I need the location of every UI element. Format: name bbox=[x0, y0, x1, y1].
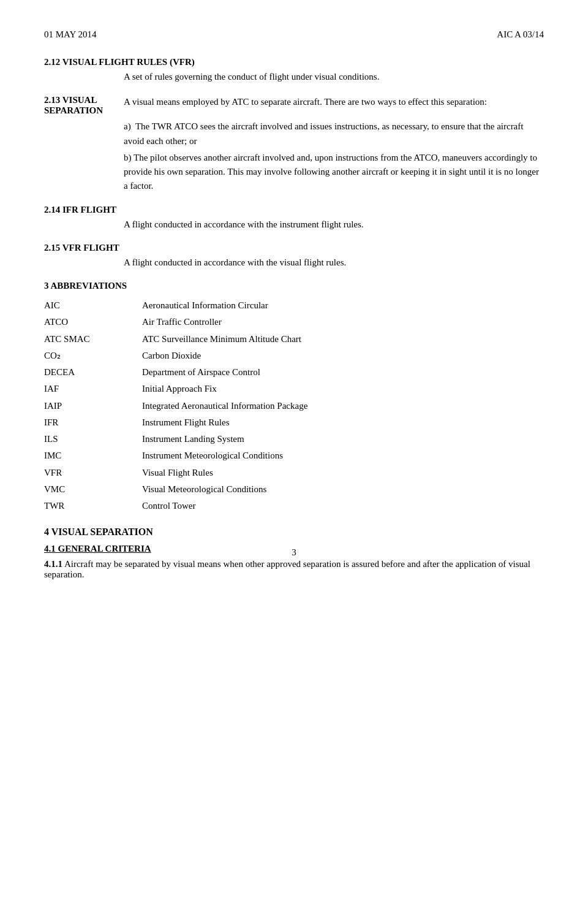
section-2-12-title: 2.12 VISUAL FLIGHT RULES (VFR) bbox=[44, 57, 195, 67]
abbreviations-table: AICAeronautical Information CircularATCO… bbox=[44, 297, 544, 514]
abbrev-code: ATCO bbox=[44, 314, 142, 330]
abbrev-row: IMCInstrument Meteorological Conditions bbox=[44, 447, 544, 464]
abbrev-code: ATC SMAC bbox=[44, 331, 142, 348]
abbrev-code: VMC bbox=[44, 481, 142, 498]
abbrev-row: IAFInitial Approach Fix bbox=[44, 381, 544, 397]
section-4-1-1-label: 4.1.1 bbox=[44, 559, 62, 569]
page-number: 3 bbox=[292, 547, 296, 558]
section-2-14: 2.14 IFR FLIGHT A flight conducted in ac… bbox=[44, 205, 544, 232]
abbrev-code: IAF bbox=[44, 381, 142, 397]
section-4-title: 4 VISUAL SEPARATION bbox=[44, 527, 544, 538]
abbrev-definition: Carbon Dioxide bbox=[142, 348, 544, 364]
abbrev-row: AICAeronautical Information Circular bbox=[44, 297, 544, 314]
section-2-13-intro: A visual means employed by ATC to separa… bbox=[124, 95, 544, 109]
section-3-title: 3 ABBREVIATIONS bbox=[44, 281, 544, 291]
section-4-1-1-body: Aircraft may be separated by visual mean… bbox=[44, 559, 530, 579]
section-2-15: 2.15 VFR FLIGHT A flight conducted in ac… bbox=[44, 243, 544, 270]
abbrev-row: VMCVisual Meteorological Conditions bbox=[44, 481, 544, 498]
abbrev-definition: Visual Meteorological Conditions bbox=[142, 481, 544, 498]
section-2-14-body: A flight conducted in accordance with th… bbox=[124, 218, 544, 232]
abbrev-row: VFRVisual Flight Rules bbox=[44, 465, 544, 481]
abbrev-definition: Visual Flight Rules bbox=[142, 465, 544, 481]
abbrev-definition: ATC Surveillance Minimum Altitude Chart bbox=[142, 331, 544, 348]
abbrev-definition: Aeronautical Information Circular bbox=[142, 297, 544, 314]
abbrev-row: IAIPIntegrated Aeronautical Information … bbox=[44, 398, 544, 414]
page-body: 01 MAY 2014 AIC A 03/14 2.12 VISUAL FLIG… bbox=[44, 29, 544, 580]
abbrev-definition: Initial Approach Fix bbox=[142, 381, 544, 397]
section-2-15-body: A flight conducted in accordance with th… bbox=[124, 256, 544, 270]
section-2-15-title: 2.15 VFR FLIGHT bbox=[44, 243, 119, 253]
abbrev-definition: Instrument Flight Rules bbox=[142, 414, 544, 431]
section-2-13-title: 2.13 VISUAL SEPARATION bbox=[44, 95, 103, 115]
abbrev-definition: Control Tower bbox=[142, 498, 544, 514]
section-2-13-item-a-wrap: a) The TWR ATCO sees the aircraft involv… bbox=[124, 120, 544, 148]
abbrev-definition: Integrated Aeronautical Information Pack… bbox=[142, 398, 544, 414]
abbrev-row: CO₂Carbon Dioxide bbox=[44, 348, 544, 364]
abbrev-code: IFR bbox=[44, 414, 142, 431]
header-doc-id: AIC A 03/14 bbox=[497, 29, 544, 40]
section-2-13-item-b: b) The pilot observes another aircraft i… bbox=[124, 151, 544, 194]
abbrev-row: ATCOAir Traffic Controller bbox=[44, 314, 544, 330]
abbrev-definition: Air Traffic Controller bbox=[142, 314, 544, 330]
abbrev-code: CO₂ bbox=[44, 348, 142, 364]
abbrev-code: IAIP bbox=[44, 398, 142, 414]
page-header: 01 MAY 2014 AIC A 03/14 bbox=[44, 29, 544, 40]
abbrev-code: TWR bbox=[44, 498, 142, 514]
abbrev-definition: Instrument Landing System bbox=[142, 431, 544, 447]
section-2-12: 2.12 VISUAL FLIGHT RULES (VFR) A set of … bbox=[44, 57, 544, 84]
section-2-13-item-a: a) The TWR ATCO sees the aircraft involv… bbox=[124, 120, 544, 148]
abbrev-row: ATC SMACATC Surveillance Minimum Altitud… bbox=[44, 331, 544, 348]
abbrev-row: TWRControl Tower bbox=[44, 498, 544, 514]
abbrev-code: ILS bbox=[44, 431, 142, 447]
header-date: 01 MAY 2014 bbox=[44, 29, 97, 40]
section-4-1-title: 4.1 GENERAL CRITERIA bbox=[44, 544, 151, 553]
abbrev-code: IMC bbox=[44, 447, 142, 464]
abbrev-code: VFR bbox=[44, 465, 142, 481]
section-2-13: 2.13 VISUAL SEPARATION A visual means em… bbox=[44, 95, 544, 193]
section-2-14-title: 2.14 IFR FLIGHT bbox=[44, 205, 116, 215]
abbrev-code: AIC bbox=[44, 297, 142, 314]
section-2-13-item-b-wrap: b) The pilot observes another aircraft i… bbox=[124, 151, 544, 194]
section-2-12-body: A set of rules governing the conduct of … bbox=[124, 70, 544, 84]
abbrev-code: DECEA bbox=[44, 364, 142, 381]
abbrev-definition: Department of Airspace Control bbox=[142, 364, 544, 381]
section-4-1-1: 4.1.1 Aircraft may be separated by visua… bbox=[44, 559, 544, 580]
abbrev-row: DECEADepartment of Airspace Control bbox=[44, 364, 544, 381]
abbrev-row: ILSInstrument Landing System bbox=[44, 431, 544, 447]
abbrev-row: IFRInstrument Flight Rules bbox=[44, 414, 544, 431]
abbrev-definition: Instrument Meteorological Conditions bbox=[142, 447, 544, 464]
section-3: 3 ABBREVIATIONS AICAeronautical Informat… bbox=[44, 281, 544, 514]
